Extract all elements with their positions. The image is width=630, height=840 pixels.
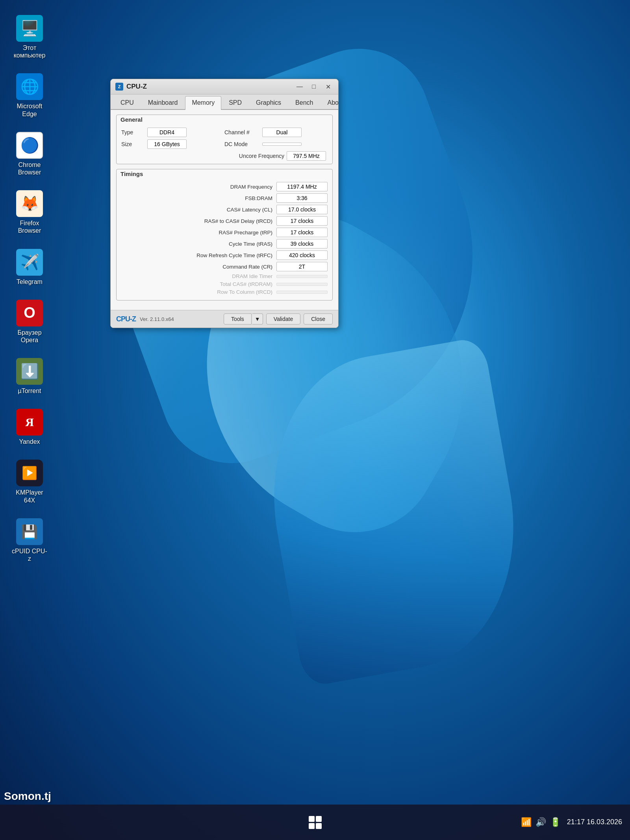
dram-freq-label: DRAM Frequency [121,184,276,190]
tools-dropdown-button[interactable]: ▼ [252,313,263,325]
desktop-icon-opera[interactable]: O БраузерOpera [8,297,51,347]
type-field: Type DDR4 [121,128,224,137]
uncore-freq-label: Uncore Frequency [221,153,284,159]
minimize-button[interactable]: — [294,82,305,91]
desktop-icon-cpuid[interactable]: 💾 cPUID CPU-z [8,515,51,566]
taskbar-right: 📶 🔊 🔋 21:17 16.03.2026 [521,817,622,827]
uncore-freq-field: Uncore Frequency 797.5 MHz [121,151,328,161]
cr-label: Command Rate (CR) [121,264,276,270]
volume-icon: 🔊 [536,817,546,827]
timing-row-idle-timer: DRAM Idle Timer [121,273,328,279]
channel-label: Channel # [224,129,260,135]
desktop-icon-label-yandex: Yandex [19,438,40,445]
channel-value: Dual [262,128,302,137]
start-icon [309,816,322,829]
footer-buttons: Tools ▼ Validate Close [224,313,333,325]
tab-cpu[interactable]: CPU [114,96,141,109]
desktop-icon-label-edge: MicrosoftEdge [17,102,43,117]
timing-row-trdram: Total CAS# (tRDRAM) [121,281,328,287]
desktop-icon-label-firefox: FirefoxBrowser [18,219,41,234]
close-footer-button[interactable]: Close [304,313,333,325]
desktop-icon-label-my-computer: Этоткомпьютер [14,44,46,59]
trdram-label: Total CAS# (tRDRAM) [121,281,276,287]
cpuz-logo-icon: Z [115,83,123,91]
tools-button-group: Tools ▼ [224,313,263,325]
timing-row-trcd: RAS# to CAS# Delay (tRCD) 17 clocks [121,216,328,226]
channel-field: Channel # Dual [224,128,328,137]
general-section: General Type DDR4 Channel # Dual Size 16… [116,115,333,164]
desktop-icon-kmplayer[interactable]: ▶️ KMPlayer 64X [8,456,51,507]
desktop-icon-telegram[interactable]: ✈️ Telegram [8,246,51,289]
dc-mode-field: DC Mode [224,139,328,149]
dc-mode-label: DC Mode [224,141,260,147]
validate-button[interactable]: Validate [266,313,301,325]
taskbar-time-display: 21:17 16.03.2026 [567,817,622,827]
trp-value: 17 clocks [276,228,328,237]
desktop-icon-label-chrome: ChromeBrowser [18,161,41,176]
tools-button[interactable]: Tools [224,313,252,325]
somon-watermark: Somon.tj [4,790,51,803]
desktop-icon-label-opera: БраузерOpera [17,329,41,344]
window-title-group: Z CPU-Z [115,83,147,91]
maximize-button[interactable]: □ [308,82,319,91]
timing-row-trfc: Row Refresh Cycle Time (tRFC) 420 clocks [121,250,328,260]
desktop-icon-edge[interactable]: 🌐 MicrosoftEdge [8,70,51,121]
tab-mainboard[interactable]: Mainboard [141,96,185,109]
taskbar-center [304,811,326,833]
footer-logo-text: CPU-Z [116,315,136,323]
start-button[interactable] [304,811,326,833]
window-content: General Type DDR4 Channel # Dual Size 16… [111,110,338,310]
desktop-icon-my-computer[interactable]: 🖥️ Этоткомпьютер [8,12,51,62]
tab-memory[interactable]: Memory [185,96,221,110]
desktop-icon-chrome[interactable]: 🔵 ChromeBrowser [8,129,51,179]
window-titlebar: Z CPU-Z — □ ✕ [111,79,338,95]
desktop-icon-label-kmplayer: KMPlayer 64X [11,489,48,504]
footer-version: Ver. 2.11.0.x64 [140,316,174,322]
timing-row-trp: RAS# Precharge (tRP) 17 clocks [121,228,328,237]
window-controls: — □ ✕ [294,82,334,91]
taskbar-clock[interactable]: 21:17 16.03.2026 [567,817,622,827]
tab-spd[interactable]: SPD [222,96,248,109]
timings-content: DRAM Frequency 1197.4 MHz FSB:DRAM 3:36 … [117,179,332,300]
trp-label: RAS# Precharge (tRP) [121,230,276,235]
size-value: 16 GBytes [147,139,187,149]
window-title-text: CPU-Z [126,83,147,91]
tab-graphics[interactable]: Graphics [249,96,288,109]
timing-row-fsb-dram: FSB:DRAM 3:36 [121,193,328,203]
timings-section-title: Timings [117,169,332,179]
trcd-label: RAS# to CAS# Delay (tRCD) [121,218,276,224]
desktop-icons-container: 🖥️ Этоткомпьютер 🌐 MicrosoftEdge 🔵 Chrom… [8,12,51,566]
general-section-title: General [117,115,332,124]
desktop-icon-label-cpuid: cPUID CPU-z [11,547,48,562]
timing-row-dram-freq: DRAM Frequency 1197.4 MHz [121,182,328,191]
timing-row-cr: Command Rate (CR) 2T [121,262,328,271]
wifi-icon: 📶 [521,817,532,827]
tab-bar: CPU Mainboard Memory SPD Graphics Bench … [111,95,338,110]
tab-bench[interactable]: Bench [289,96,320,109]
uncore-freq-value: 797.5 MHz [287,151,326,161]
dc-mode-value [262,143,302,146]
timings-section: Timings DRAM Frequency 1197.4 MHz FSB:DR… [116,169,333,300]
cr-value: 2T [276,262,328,271]
timing-row-row-to-col: Row To Column (tRCD) [121,289,328,295]
dram-freq-value: 1197.4 MHz [276,182,328,191]
trdram-value [276,283,328,286]
cpuz-window: Z CPU-Z — □ ✕ CPU Mainboard Memory SPD G… [110,79,339,328]
tras-value: 39 clocks [276,239,328,248]
row-to-col-label: Row To Column (tRCD) [121,289,276,295]
battery-icon: 🔋 [550,817,561,827]
row-to-col-value [276,291,328,294]
desktop-icon-firefox[interactable]: 🦊 FirefoxBrowser [8,187,51,237]
close-window-button[interactable]: ✕ [322,82,334,91]
idle-timer-label: DRAM Idle Timer [121,273,276,279]
desktop-icon-label-telegram: Telegram [17,278,43,286]
trfc-label: Row Refresh Cycle Time (tRFC) [121,252,276,258]
desktop-icon-yandex[interactable]: Я Yandex [8,406,51,449]
general-grid: Type DDR4 Channel # Dual Size 16 GBytes … [117,124,332,164]
fsb-dram-label: FSB:DRAM [121,195,276,201]
tab-about[interactable]: About [321,96,339,109]
window-footer: CPU-Z Ver. 2.11.0.x64 Tools ▼ Validate C… [111,310,338,328]
desktop-icon-utorrent[interactable]: ⬇️ µTorrent [8,355,51,398]
taskbar: 📶 🔊 🔋 21:17 16.03.2026 [0,805,630,840]
size-field: Size 16 GBytes [121,139,224,149]
